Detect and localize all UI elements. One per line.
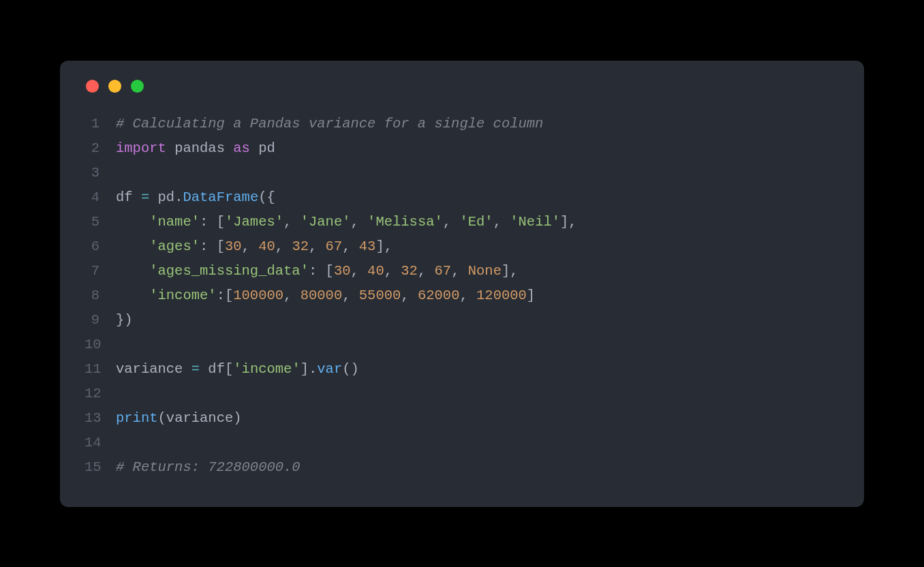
code-line: 7 'ages_missing_data': [30, 40, 32, 67, …: [84, 259, 840, 284]
code-content: # Returns: 722800000.0: [116, 455, 840, 480]
line-number: 14: [84, 431, 116, 455]
code-window: 1 # Calculating a Pandas variance for a …: [60, 61, 864, 507]
code-line: 14: [84, 431, 840, 455]
code-line: 11 variance = df['income'].var(): [84, 357, 840, 382]
code-content: [116, 161, 840, 185]
line-number: 13: [84, 406, 116, 431]
line-number: 5: [84, 210, 116, 234]
line-number: 4: [84, 185, 116, 210]
line-number: 3: [84, 161, 116, 185]
maximize-icon[interactable]: [131, 80, 144, 93]
line-number: 2: [84, 136, 116, 161]
code-content: 'ages_missing_data': [30, 40, 32, 67, No…: [116, 259, 840, 284]
code-content: # Calculating a Pandas variance for a si…: [116, 112, 840, 136]
line-number: 11: [84, 357, 116, 382]
line-number: 7: [84, 259, 116, 284]
code-line: 12: [84, 382, 840, 406]
line-number: 10: [84, 333, 116, 357]
line-number: 12: [84, 382, 116, 406]
code-content: [116, 382, 840, 406]
code-content: [116, 333, 840, 357]
window-titlebar: [84, 80, 840, 93]
code-content: [116, 431, 840, 455]
code-content: }): [116, 308, 840, 333]
code-line: 9 }): [84, 308, 840, 333]
line-number: 8: [84, 284, 116, 308]
code-content: 'income':[100000, 80000, 55000, 62000, 1…: [116, 284, 840, 308]
code-line: 4 df = pd.DataFrame({: [84, 185, 840, 210]
code-block: 1 # Calculating a Pandas variance for a …: [84, 112, 840, 480]
minimize-icon[interactable]: [108, 80, 121, 93]
line-number: 6: [84, 234, 116, 259]
code-content: 'name': ['James', 'Jane', 'Melissa', 'Ed…: [116, 210, 840, 234]
code-content: df = pd.DataFrame({: [116, 185, 840, 210]
line-number: 15: [84, 455, 116, 480]
code-line: 13 print(variance): [84, 406, 840, 431]
code-content: variance = df['income'].var(): [116, 357, 840, 382]
line-number: 9: [84, 308, 116, 333]
code-line: 5 'name': ['James', 'Jane', 'Melissa', '…: [84, 210, 840, 234]
code-line: 10: [84, 333, 840, 357]
code-line: 3: [84, 161, 840, 185]
code-content: import pandas as pd: [116, 136, 840, 161]
close-icon[interactable]: [86, 80, 99, 93]
code-line: 15 # Returns: 722800000.0: [84, 455, 840, 480]
code-line: 2 import pandas as pd: [84, 136, 840, 161]
code-line: 6 'ages': [30, 40, 32, 67, 43],: [84, 234, 840, 259]
code-content: 'ages': [30, 40, 32, 67, 43],: [116, 234, 840, 259]
code-content: print(variance): [116, 406, 840, 431]
code-line: 8 'income':[100000, 80000, 55000, 62000,…: [84, 284, 840, 308]
line-number: 1: [84, 112, 116, 136]
code-line: 1 # Calculating a Pandas variance for a …: [84, 112, 840, 136]
